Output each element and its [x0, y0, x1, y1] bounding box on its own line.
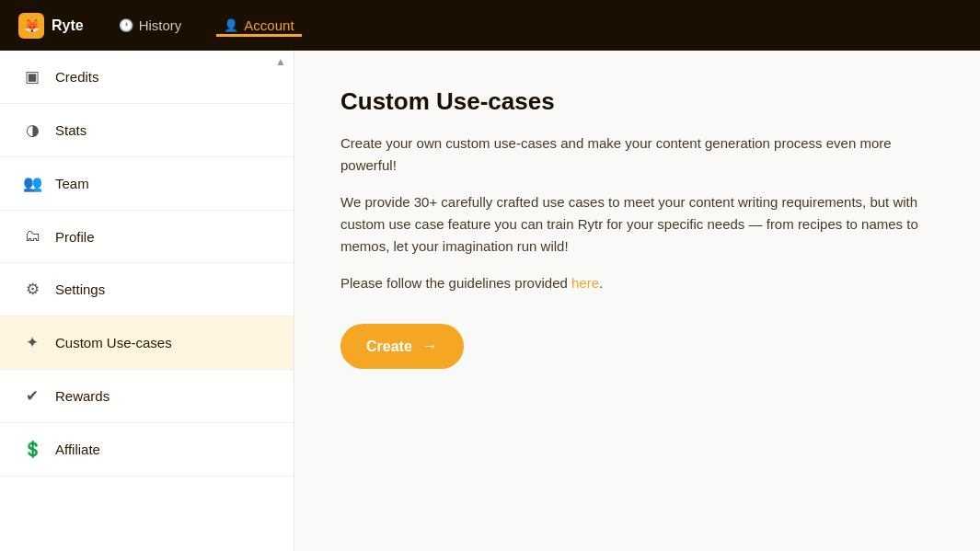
settings-icon: ⚙ — [22, 280, 42, 299]
sidebar-item-team[interactable]: 👥 Team — [0, 157, 294, 211]
profile-icon: 🗂 — [22, 227, 42, 246]
logo-label: Ryte — [52, 17, 84, 34]
description-1: Create your own custom use-cases and mak… — [340, 132, 934, 177]
history-icon: 🕐 — [119, 18, 133, 32]
guidelines-link[interactable]: here — [571, 275, 599, 291]
top-nav: 🦊 Ryte 🕐 History 👤 Account — [0, 0, 980, 51]
account-icon: 👤 — [224, 18, 238, 32]
sidebar-team-label: Team — [55, 176, 89, 191]
sidebar: ▲ ▣ Credits ◑ Stats 👥 Team 🗂 Profile ⚙ S… — [0, 51, 294, 551]
logo-emoji: 🦊 — [24, 18, 40, 33]
logo-icon: 🦊 — [18, 13, 44, 39]
sidebar-item-rewards[interactable]: ✔ Rewards — [0, 370, 294, 423]
scroll-indicator: ▲ — [275, 55, 286, 68]
create-button-label: Create — [366, 339, 412, 355]
sidebar-item-credits[interactable]: ▣ Credits — [0, 51, 294, 104]
sidebar-credits-label: Credits — [55, 69, 99, 85]
affiliate-icon: 💲 — [22, 440, 42, 459]
create-button[interactable]: Create → — [340, 324, 464, 369]
nav-history-label: History — [139, 17, 182, 33]
nav-account-label: Account — [244, 17, 294, 33]
stats-icon: ◑ — [22, 121, 42, 140]
sidebar-stats-label: Stats — [55, 122, 86, 138]
description-3-suffix: . — [599, 275, 603, 291]
sidebar-rewards-label: Rewards — [55, 388, 110, 404]
main-layout: ▲ ▣ Credits ◑ Stats 👥 Team 🗂 Profile ⚙ S… — [0, 51, 980, 551]
create-arrow: → — [421, 337, 438, 356]
main-content: Custom Use-cases Create your own custom … — [294, 51, 980, 551]
sidebar-item-profile[interactable]: 🗂 Profile — [0, 211, 294, 263]
description-3: Please follow the guidelines provided he… — [340, 272, 934, 294]
sidebar-settings-label: Settings — [55, 281, 105, 297]
sidebar-affiliate-label: Affiliate — [55, 442, 100, 457]
nav-item-account[interactable]: 👤 Account — [216, 14, 301, 37]
custom-use-cases-icon: ✦ — [22, 333, 42, 352]
team-icon: 👥 — [22, 174, 42, 193]
sidebar-item-settings[interactable]: ⚙ Settings — [0, 263, 294, 316]
description-3-prefix: Please follow the guidelines provided — [340, 275, 571, 291]
sidebar-profile-label: Profile — [55, 229, 95, 245]
credits-icon: ▣ — [22, 67, 42, 86]
description-2: We provide 30+ carefully crafted use cas… — [340, 191, 934, 258]
sidebar-item-custom-use-cases[interactable]: ✦ Custom Use-cases — [0, 316, 294, 370]
logo[interactable]: 🦊 Ryte — [18, 13, 84, 39]
page-title: Custom Use-cases — [340, 87, 934, 116]
nav-item-history[interactable]: 🕐 History — [111, 14, 190, 37]
sidebar-custom-use-cases-label: Custom Use-cases — [55, 335, 172, 350]
sidebar-item-affiliate[interactable]: 💲 Affiliate — [0, 423, 294, 476]
rewards-icon: ✔ — [22, 386, 42, 406]
sidebar-item-stats[interactable]: ◑ Stats — [0, 104, 294, 157]
